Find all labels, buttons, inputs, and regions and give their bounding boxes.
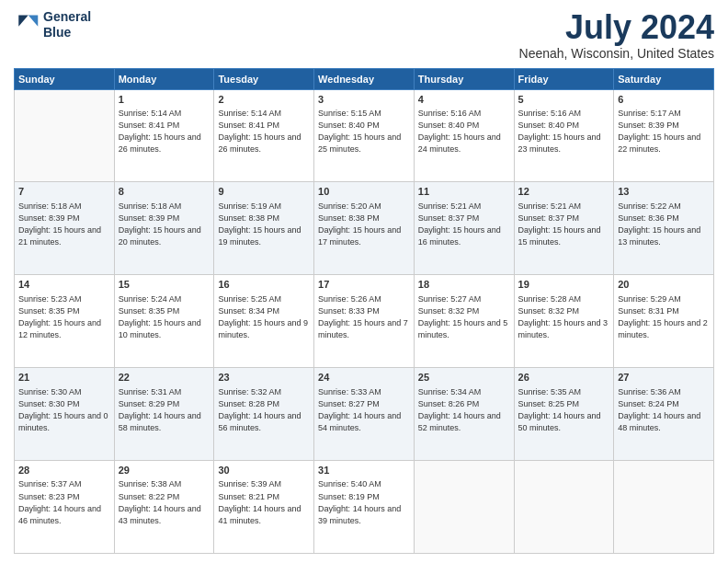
calendar-day-cell: 19Sunrise: 5:28 AM Sunset: 8:32 PM Dayli… (514, 275, 614, 368)
col-monday: Monday (114, 68, 214, 89)
day-info: Sunrise: 5:22 AM Sunset: 8:36 PM Dayligh… (618, 201, 710, 248)
calendar-week-row: 28Sunrise: 5:37 AM Sunset: 8:23 PM Dayli… (15, 461, 714, 554)
day-info: Sunrise: 5:15 AM Sunset: 8:40 PM Dayligh… (318, 108, 410, 155)
day-number: 17 (318, 278, 410, 292)
day-info: Sunrise: 5:36 AM Sunset: 8:24 PM Dayligh… (618, 386, 710, 434)
day-number: 27 (618, 371, 710, 385)
day-info: Sunrise: 5:19 AM Sunset: 8:38 PM Dayligh… (218, 201, 310, 248)
day-info: Sunrise: 5:29 AM Sunset: 8:31 PM Dayligh… (618, 293, 710, 341)
calendar-header-row: Sunday Monday Tuesday Wednesday Thursday… (15, 68, 714, 89)
day-number: 15 (119, 278, 210, 292)
calendar-day-cell: 21Sunrise: 5:30 AM Sunset: 8:30 PM Dayli… (15, 368, 115, 461)
day-number: 11 (418, 185, 510, 199)
day-number: 14 (18, 278, 110, 292)
calendar-day-cell (514, 461, 614, 554)
day-number: 6 (618, 93, 710, 107)
day-info: Sunrise: 5:37 AM Sunset: 8:23 PM Dayligh… (18, 478, 110, 526)
location: Neenah, Wisconsin, United States (519, 46, 714, 61)
calendar-day-cell (414, 461, 514, 554)
day-info: Sunrise: 5:25 AM Sunset: 8:34 PM Dayligh… (218, 293, 310, 341)
calendar-day-cell: 27Sunrise: 5:36 AM Sunset: 8:24 PM Dayli… (614, 368, 714, 461)
day-number: 29 (119, 464, 210, 477)
calendar-day-cell: 4Sunrise: 5:16 AM Sunset: 8:40 PM Daylig… (414, 89, 514, 182)
day-info: Sunrise: 5:21 AM Sunset: 8:37 PM Dayligh… (518, 201, 610, 248)
day-info: Sunrise: 5:32 AM Sunset: 8:28 PM Dayligh… (218, 386, 310, 434)
day-number: 8 (119, 185, 210, 199)
calendar-day-cell: 18Sunrise: 5:27 AM Sunset: 8:32 PM Dayli… (414, 275, 514, 368)
calendar-day-cell: 2Sunrise: 5:14 AM Sunset: 8:41 PM Daylig… (214, 89, 314, 182)
page-header: General Blue July 2024 Neenah, Wisconsin… (14, 9, 714, 61)
calendar-day-cell: 9Sunrise: 5:19 AM Sunset: 8:38 PM Daylig… (214, 182, 314, 275)
day-info: Sunrise: 5:20 AM Sunset: 8:38 PM Dayligh… (318, 201, 410, 248)
logo: General Blue (14, 9, 91, 40)
calendar-day-cell: 10Sunrise: 5:20 AM Sunset: 8:38 PM Dayli… (314, 182, 415, 275)
calendar-day-cell: 5Sunrise: 5:16 AM Sunset: 8:40 PM Daylig… (514, 89, 614, 182)
day-number: 12 (518, 185, 610, 199)
day-info: Sunrise: 5:31 AM Sunset: 8:29 PM Dayligh… (119, 386, 210, 434)
day-number: 2 (218, 93, 310, 107)
calendar-day-cell: 24Sunrise: 5:33 AM Sunset: 8:27 PM Dayli… (314, 368, 415, 461)
month-title: July 2024 (519, 9, 714, 46)
calendar-day-cell: 30Sunrise: 5:39 AM Sunset: 8:21 PM Dayli… (214, 461, 314, 554)
col-sunday: Sunday (15, 68, 115, 89)
day-number: 28 (18, 464, 110, 477)
logo-icon (14, 12, 40, 38)
calendar-week-row: 14Sunrise: 5:23 AM Sunset: 8:35 PM Dayli… (15, 275, 714, 368)
logo-line1: General (43, 9, 91, 25)
day-number: 20 (618, 278, 710, 292)
col-thursday: Thursday (414, 68, 514, 89)
day-info: Sunrise: 5:21 AM Sunset: 8:37 PM Dayligh… (418, 201, 510, 248)
logo-text: General Blue (43, 9, 91, 40)
day-info: Sunrise: 5:18 AM Sunset: 8:39 PM Dayligh… (119, 201, 210, 248)
day-number: 10 (318, 185, 410, 199)
calendar-day-cell: 22Sunrise: 5:31 AM Sunset: 8:29 PM Dayli… (114, 368, 214, 461)
day-info: Sunrise: 5:39 AM Sunset: 8:21 PM Dayligh… (218, 478, 310, 526)
day-number: 25 (418, 371, 510, 385)
calendar-day-cell: 29Sunrise: 5:38 AM Sunset: 8:22 PM Dayli… (114, 461, 214, 554)
svg-marker-0 (28, 15, 39, 26)
calendar-day-cell: 12Sunrise: 5:21 AM Sunset: 8:37 PM Dayli… (514, 182, 614, 275)
day-info: Sunrise: 5:14 AM Sunset: 8:41 PM Dayligh… (218, 108, 310, 155)
day-info: Sunrise: 5:16 AM Sunset: 8:40 PM Dayligh… (418, 108, 510, 155)
calendar-week-row: 21Sunrise: 5:30 AM Sunset: 8:30 PM Dayli… (15, 368, 714, 461)
calendar-day-cell: 3Sunrise: 5:15 AM Sunset: 8:40 PM Daylig… (314, 89, 415, 182)
calendar-day-cell: 26Sunrise: 5:35 AM Sunset: 8:25 PM Dayli… (514, 368, 614, 461)
day-info: Sunrise: 5:40 AM Sunset: 8:19 PM Dayligh… (318, 478, 410, 526)
day-info: Sunrise: 5:35 AM Sunset: 8:25 PM Dayligh… (518, 386, 610, 434)
calendar-week-row: 1Sunrise: 5:14 AM Sunset: 8:41 PM Daylig… (15, 89, 714, 182)
day-info: Sunrise: 5:30 AM Sunset: 8:30 PM Dayligh… (18, 386, 110, 434)
col-wednesday: Wednesday (314, 68, 415, 89)
day-number: 1 (119, 93, 210, 107)
day-number: 7 (18, 185, 110, 199)
day-number: 13 (618, 185, 710, 199)
day-number: 22 (119, 371, 210, 385)
day-number: 21 (18, 371, 110, 385)
calendar-day-cell: 14Sunrise: 5:23 AM Sunset: 8:35 PM Dayli… (15, 275, 115, 368)
day-info: Sunrise: 5:28 AM Sunset: 8:32 PM Dayligh… (518, 293, 610, 341)
calendar-day-cell: 6Sunrise: 5:17 AM Sunset: 8:39 PM Daylig… (614, 89, 714, 182)
calendar-day-cell: 20Sunrise: 5:29 AM Sunset: 8:31 PM Dayli… (614, 275, 714, 368)
col-friday: Friday (514, 68, 614, 89)
day-number: 3 (318, 93, 410, 107)
day-number: 9 (218, 185, 310, 199)
title-block: July 2024 Neenah, Wisconsin, United Stat… (519, 9, 714, 61)
day-number: 19 (518, 278, 610, 292)
day-number: 23 (218, 371, 310, 385)
day-info: Sunrise: 5:38 AM Sunset: 8:22 PM Dayligh… (119, 478, 210, 526)
calendar-day-cell: 23Sunrise: 5:32 AM Sunset: 8:28 PM Dayli… (214, 368, 314, 461)
day-number: 26 (518, 371, 610, 385)
calendar-day-cell: 25Sunrise: 5:34 AM Sunset: 8:26 PM Dayli… (414, 368, 514, 461)
day-info: Sunrise: 5:18 AM Sunset: 8:39 PM Dayligh… (18, 201, 110, 248)
calendar-table: Sunday Monday Tuesday Wednesday Thursday… (14, 68, 714, 554)
calendar-day-cell (15, 89, 115, 182)
day-number: 30 (218, 464, 310, 477)
day-info: Sunrise: 5:17 AM Sunset: 8:39 PM Dayligh… (618, 108, 710, 155)
day-number: 18 (418, 278, 510, 292)
calendar-day-cell: 16Sunrise: 5:25 AM Sunset: 8:34 PM Dayli… (214, 275, 314, 368)
logo-line2: Blue (43, 25, 91, 40)
col-tuesday: Tuesday (214, 68, 314, 89)
day-info: Sunrise: 5:34 AM Sunset: 8:26 PM Dayligh… (418, 386, 510, 434)
svg-marker-1 (18, 15, 28, 26)
day-info: Sunrise: 5:23 AM Sunset: 8:35 PM Dayligh… (18, 293, 110, 341)
day-number: 24 (318, 371, 410, 385)
